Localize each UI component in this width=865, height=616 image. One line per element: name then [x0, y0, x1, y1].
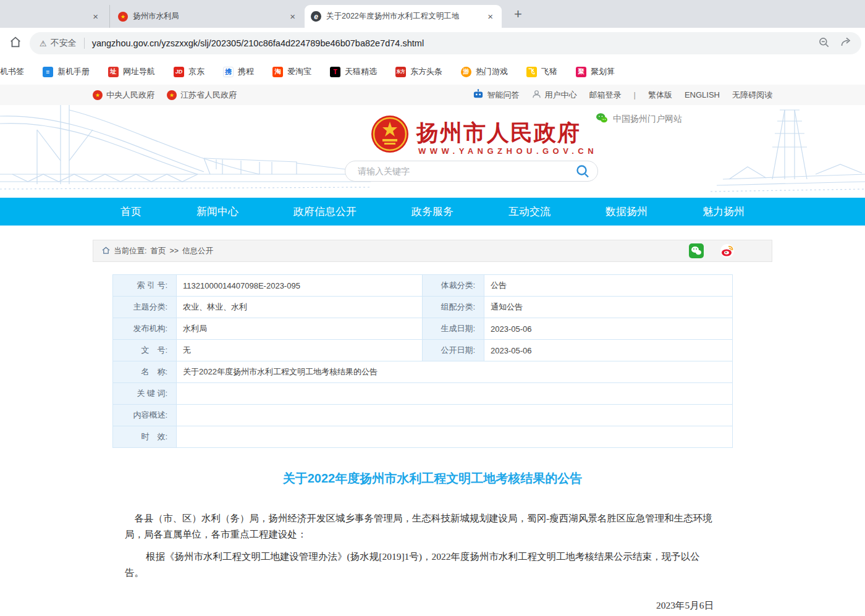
meta-value: 农业、林业、水利: [177, 297, 423, 318]
tab-partial[interactable]: ×: [0, 5, 110, 28]
breadcrumb-home-link[interactable]: 首页: [150, 246, 166, 256]
bookmark-item-games[interactable]: 游热门游戏: [461, 66, 508, 77]
search-icon[interactable]: [575, 164, 590, 179]
meta-label: 时 效:: [113, 426, 177, 448]
tab-close-icon[interactable]: ×: [90, 11, 101, 22]
browser-logo-favicon: e: [311, 11, 321, 22]
meta-label: 名 称:: [113, 361, 177, 383]
meta-label: 公开日期:: [423, 340, 484, 361]
english-link[interactable]: ENGLISH: [685, 90, 720, 99]
bookmark-item-phone[interactable]: 机书签: [0, 66, 24, 77]
manual-icon: ≡: [43, 67, 53, 77]
nav-item-data[interactable]: 数据扬州: [606, 205, 648, 219]
link-jiangsu-gov[interactable]: ★ 江苏省人民政府: [167, 90, 237, 101]
taobao-icon: 淘: [272, 67, 283, 77]
breadcrumb-current[interactable]: 信息公开: [182, 246, 213, 256]
nav-item-home[interactable]: 首页: [120, 205, 141, 219]
table-row: 文 号: 无 公开日期: 2023-05-06: [113, 340, 733, 361]
table-row: 关 键 词:: [113, 383, 733, 405]
meta-value: [177, 426, 733, 448]
mail-login-link[interactable]: 邮箱登录: [589, 90, 622, 101]
nav-item-info-disclosure[interactable]: 政府信息公开: [293, 205, 357, 219]
share-icon[interactable]: [840, 36, 853, 51]
robot-icon: [473, 89, 484, 101]
breadcrumb-prefix: 当前位置:: [114, 246, 146, 256]
breadcrumb-home-icon: [102, 247, 110, 256]
nav-item-news[interactable]: 新闻中心: [196, 205, 238, 219]
meta-label: 发布机构:: [113, 318, 177, 340]
gov-emblem-favicon: ★: [118, 12, 128, 22]
juhuasuan-icon: 聚: [576, 67, 586, 77]
bookmark-item-manual[interactable]: ≡新机手册: [43, 66, 90, 77]
table-row: 主题分类: 农业、林业、水利 组配分类: 通知公告: [113, 297, 733, 318]
article-paragraph: 各县（市、区）水利（务）局，扬州经济开发区城乡事务管理局，生态科技新城规划建设局…: [125, 510, 714, 542]
gov-emblem-icon: ★: [167, 90, 177, 100]
bookmark-item-juhuasuan[interactable]: 聚聚划算: [576, 66, 615, 77]
main-nav: 首页 新闻中心 政府信息公开 政务服务 互动交流 数据扬州 魅力扬州: [0, 198, 865, 226]
article-paragraph: 根据《扬州市水利工程文明工地建设管理办法》(扬水规[2019]1号)，2022年…: [125, 549, 714, 581]
link-central-gov[interactable]: ★ 中央人民政府: [93, 90, 154, 101]
weibo-share-icon[interactable]: [720, 243, 735, 258]
document-meta-table: 索 引 号: 11321000014407098E-2023-095 体裁分类:…: [112, 274, 733, 448]
meta-value: 2023-05-06: [484, 318, 733, 340]
article-title: 关于2022年度扬州市水利工程文明工地考核结果的公告: [93, 470, 772, 487]
nav-item-services[interactable]: 政务服务: [411, 205, 454, 219]
browser-tab-bar: × ★ 扬州市水利局 × e 关于2022年度扬州市水利工程文明工地 × +: [0, 0, 865, 28]
accessibility-link[interactable]: 无障碍阅读: [732, 90, 772, 101]
tab-title: 关于2022年度扬州市水利工程文明工地: [326, 11, 459, 22]
smart-qa-link[interactable]: 智能问答: [473, 89, 520, 101]
bookmark-item-tmall[interactable]: T天猫精选: [330, 66, 377, 77]
zoom-out-icon[interactable]: [818, 36, 830, 51]
bookmark-item-toutiao[interactable]: 东方东方头条: [395, 66, 442, 77]
site-search-box: [345, 161, 598, 182]
search-input[interactable]: [357, 166, 575, 177]
tab-title: 扬州市水利局: [133, 11, 179, 22]
bookmark-item-jd[interactable]: JD京东: [174, 66, 205, 77]
meta-value: 2023-05-06: [484, 340, 733, 361]
table-row: 索 引 号: 11321000014407098E-2023-095 体裁分类:…: [113, 275, 733, 297]
wechat-icon: [596, 112, 608, 125]
url-omnibox[interactable]: ⚠ 不安全 yangzhou.gov.cn/yzszxxgk/slj/20230…: [30, 32, 861, 54]
site-nav-icon: 址: [108, 67, 119, 77]
games-icon: 游: [461, 67, 471, 77]
breadcrumb: 当前位置: 首页 >> 信息公开: [93, 240, 772, 262]
bookmark-item-ctrip[interactable]: 携携程: [223, 66, 254, 77]
fliggy-icon: 飞: [526, 67, 537, 77]
traditional-chinese-link[interactable]: 繁体版: [648, 90, 672, 101]
nav-item-charm[interactable]: 魅力扬州: [703, 205, 745, 219]
user-center-link[interactable]: 用户中心: [532, 90, 577, 101]
site-url: WWW.YANGZHOU.GOV.CN: [418, 146, 597, 156]
gov-top-strip: ★ 中央人民政府 ★ 江苏省人民政府 智能问答 用户中心 邮箱登录: [0, 85, 865, 105]
article-date: 2023年5月6日: [93, 599, 714, 612]
home-icon[interactable]: [9, 35, 22, 51]
table-row: 内容概述:: [113, 405, 733, 426]
tab-shuiliju[interactable]: ★ 扬州市水利局 ×: [112, 5, 304, 28]
wechat-share-icon[interactable]: [689, 243, 704, 258]
security-label: 不安全: [51, 38, 77, 49]
meta-label: 体裁分类:: [423, 275, 484, 297]
bookmarks-bar: 机书签 ≡新机手册 址网址导航 JD京东 携携程 淘爱淘宝 T天猫精选 东方东方…: [0, 59, 865, 85]
national-emblem-icon: [370, 114, 410, 156]
bookmark-item-fliggy[interactable]: 飞飞猪: [526, 66, 557, 77]
meta-label: 内容概述:: [113, 405, 177, 426]
bookmark-item-aitaobao[interactable]: 淘爱淘宝: [272, 66, 311, 77]
tab-active-announcement[interactable]: e 关于2022年度扬州市水利工程文明工地 ×: [305, 5, 502, 28]
tab-close-icon[interactable]: ×: [287, 11, 298, 22]
table-row: 名 称: 关于2022年度扬州市水利工程文明工地考核结果的公告: [113, 361, 733, 383]
meta-label: 关 键 词:: [113, 383, 177, 405]
meta-value: [177, 383, 733, 405]
portal-link[interactable]: 中国扬州门户网站: [596, 112, 682, 125]
jd-icon: JD: [174, 67, 184, 77]
bookmark-item-nav[interactable]: 址网址导航: [108, 66, 155, 77]
meta-label: 组配分类:: [423, 297, 484, 318]
site-title: 扬州市人民政府: [416, 118, 581, 148]
nav-item-interaction[interactable]: 互动交流: [508, 205, 551, 219]
address-bar: ⚠ 不安全 yangzhou.gov.cn/yzszxxgk/slj/20230…: [0, 28, 865, 59]
url-text[interactable]: yangzhou.gov.cn/yzszxxgk/slj/202305/210c…: [92, 38, 424, 48]
topbar-divider: |: [634, 90, 636, 99]
meta-label: 生成日期:: [423, 318, 484, 340]
tab-close-icon[interactable]: ×: [485, 11, 496, 22]
new-tab-button[interactable]: +: [514, 6, 522, 22]
content-card: 当前位置: 首页 >> 信息公开 索 引 号: 1132100001440709…: [93, 240, 772, 616]
user-icon: [532, 90, 541, 101]
